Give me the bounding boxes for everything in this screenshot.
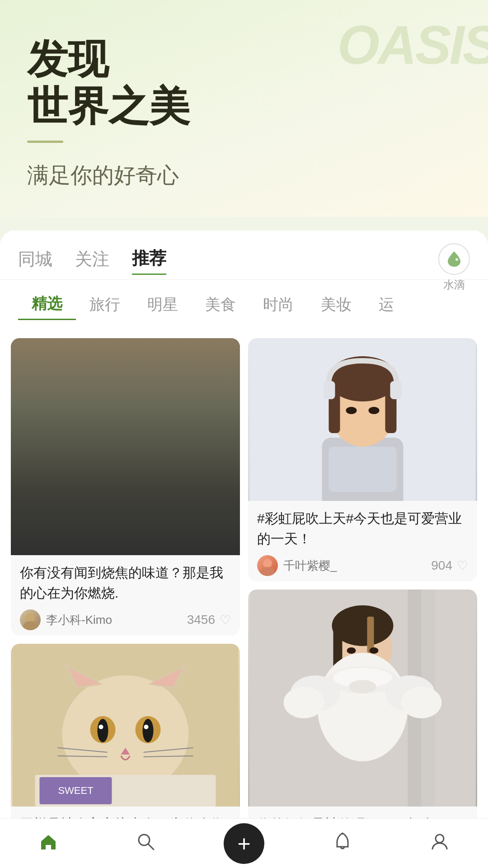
hero-divider	[27, 141, 63, 143]
tab-tongcheng[interactable]: 同城	[18, 248, 52, 274]
nav-add-button[interactable]: +	[224, 823, 264, 864]
fashion-image	[248, 590, 477, 807]
post-2-likes[interactable]: 904 ♡	[431, 558, 468, 573]
author-1-avatar	[20, 609, 41, 630]
svg-text:放: 放	[28, 385, 36, 394]
post-1-like-count: 3456	[187, 613, 215, 627]
post-street[interactable]: 放 鸡 鸡 家 朱实 你有没有闻到烧焦的味道？那是我的心在为你燃烧.	[11, 338, 240, 636]
tab-tuijian[interactable]: 推荐	[132, 247, 166, 275]
svg-text:鸡: 鸡	[27, 408, 36, 417]
post-1-text: 你有没有闻到烧焦的味道？那是我的心在为你燃烧.	[20, 562, 231, 603]
author-1-name: 李小科-Kimo	[46, 612, 112, 628]
search-icon	[136, 831, 155, 856]
bell-icon	[333, 831, 352, 856]
cat-image: SWEET	[11, 644, 240, 807]
tab-guanzhu[interactable]: 关注	[75, 248, 109, 274]
post-2-author[interactable]: 千叶紫樱_	[257, 555, 337, 576]
author-2-name: 千叶紫樱_	[283, 558, 337, 574]
svg-rect-56	[324, 381, 335, 399]
svg-point-82	[436, 835, 444, 843]
category-meishi[interactable]: 美食	[192, 290, 249, 320]
category-jingxuan[interactable]: 精选	[18, 289, 76, 320]
svg-point-74	[284, 687, 324, 718]
svg-rect-57	[390, 381, 402, 399]
svg-text:家: 家	[28, 419, 36, 428]
category-yun[interactable]: 运	[365, 290, 408, 320]
svg-point-70	[370, 647, 379, 654]
svg-point-75	[401, 687, 442, 718]
svg-rect-9	[40, 533, 67, 541]
post-1-author[interactable]: 李小科-Kimo	[20, 609, 112, 630]
plus-icon: +	[237, 832, 250, 855]
svg-point-10	[103, 441, 121, 461]
water-drop-circle	[438, 243, 470, 275]
svg-point-55	[369, 407, 380, 414]
category-mingxing[interactable]: 明星	[134, 290, 192, 320]
svg-point-60	[260, 567, 275, 576]
post-headphone-girl[interactable]: #彩虹屁吹上天#今天也是可爱营业的一天！ 千叶紫樱_ 904 ♡	[248, 338, 477, 581]
masonry-col-right: #彩虹屁吹上天#今天也是可爱营业的一天！ 千叶紫樱_ 904 ♡	[248, 338, 477, 868]
masonry-col-left: 放 鸡 鸡 家 朱实 你有没有闻到烧焦的味道？那是我的心在为你燃烧.	[11, 338, 240, 868]
svg-rect-13	[105, 495, 112, 518]
svg-point-54	[346, 407, 357, 414]
svg-rect-16	[142, 401, 156, 405]
nav-search[interactable]	[127, 827, 164, 860]
svg-rect-58	[329, 447, 397, 492]
feed-card: 同城 关注 推荐 水滴 精选 旅行 明星 美食 时尚 美妆 运	[0, 231, 488, 868]
svg-text:朱实: 朱实	[184, 372, 210, 386]
category-meizhuang[interactable]: 美妆	[307, 290, 365, 320]
post-2-footer: 千叶紫樱_ 904 ♡	[257, 555, 468, 576]
svg-point-0	[455, 258, 458, 261]
svg-rect-14	[113, 495, 120, 518]
svg-rect-6	[40, 501, 67, 508]
svg-point-35	[99, 725, 103, 729]
category-lvxing[interactable]: 旅行	[76, 290, 134, 320]
street-image: 放 鸡 鸡 家 朱实	[11, 338, 240, 555]
svg-rect-8	[40, 523, 67, 530]
svg-rect-5	[13, 492, 239, 555]
water-drop-label: 水滴	[443, 278, 465, 292]
category-bar: 精选 旅行 明星 美食 时尚 美妆 运	[0, 280, 488, 329]
post-1-likes[interactable]: 3456 ♡	[187, 613, 231, 627]
svg-rect-68	[367, 617, 374, 653]
author-2-avatar	[257, 555, 278, 576]
user-icon	[430, 831, 450, 856]
svg-rect-7	[40, 512, 67, 519]
svg-rect-2	[13, 338, 103, 510]
svg-rect-1	[13, 338, 239, 555]
post-2-like-count: 904	[431, 558, 452, 573]
svg-rect-15	[153, 401, 155, 492]
category-shishang[interactable]: 时尚	[249, 290, 307, 320]
svg-rect-11	[103, 460, 121, 496]
post-2-text: #彩虹屁吹上天#今天也是可爱营业的一天！	[257, 508, 468, 549]
tab-bar: 同城 关注 推荐 水滴	[0, 231, 488, 280]
water-drop-button[interactable]: 水滴	[438, 243, 470, 292]
oasis-watermark: OASIS	[338, 14, 488, 76]
nav-notifications[interactable]	[324, 827, 361, 860]
bottom-navigation: +	[0, 818, 488, 868]
svg-text:SWEET: SWEET	[58, 785, 93, 796]
svg-text:鸡: 鸡	[27, 396, 36, 406]
nav-home[interactable]	[29, 827, 67, 860]
svg-rect-3	[94, 365, 166, 510]
post-fashion-girl[interactable]: 你的妈妈是神仙吧，要不怎么	[248, 590, 477, 846]
svg-point-36	[144, 725, 149, 729]
post-2-heart-icon: ♡	[457, 558, 468, 573]
svg-point-69	[347, 647, 356, 654]
post-1-footer: 李小科-Kimo 3456 ♡	[20, 609, 231, 630]
svg-point-34	[143, 719, 154, 742]
home-icon	[38, 831, 58, 856]
svg-line-80	[148, 844, 154, 849]
masonry-grid: 放 鸡 鸡 家 朱实 你有没有闻到烧焦的味道？那是我的心在为你燃烧.	[0, 329, 488, 868]
post-1-heart-icon: ♡	[220, 613, 231, 627]
svg-rect-4	[157, 347, 239, 555]
svg-rect-12	[101, 462, 108, 485]
headphone-image	[248, 338, 477, 501]
svg-rect-17	[19, 374, 44, 456]
nav-profile[interactable]	[421, 827, 459, 860]
svg-point-33	[98, 719, 108, 742]
hero-section: OASIS 发现 世界之美 满足你的好奇心	[0, 0, 488, 217]
svg-point-24	[23, 621, 38, 630]
svg-point-23	[26, 613, 35, 622]
post-2-content: #彩虹屁吹上天#今天也是可爱营业的一天！ 千叶紫樱_ 904 ♡	[248, 501, 477, 581]
